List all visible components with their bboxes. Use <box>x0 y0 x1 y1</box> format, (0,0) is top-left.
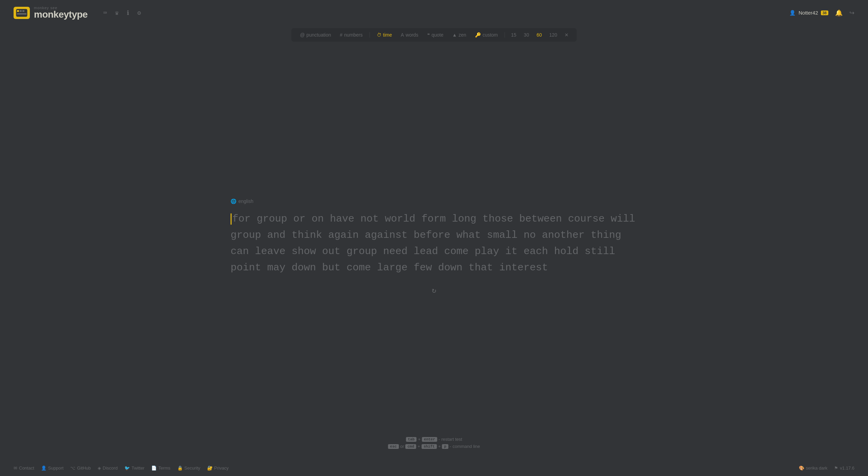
logo-icon <box>14 7 30 19</box>
github-icon: ⌥ <box>70 465 75 471</box>
shift-key: shift <box>421 444 437 449</box>
language-selector[interactable]: 🌐 english <box>231 199 253 204</box>
twitter-icon: 🐦 <box>124 465 130 471</box>
typing-text[interactable]: for group or on have not world form long… <box>231 211 637 276</box>
mode-separator-1 <box>370 32 370 38</box>
svg-rect-5 <box>17 10 19 12</box>
user-profile[interactable]: 👤 Notter42 38 <box>789 10 828 16</box>
settings-icon[interactable]: ⚙ <box>137 9 141 17</box>
footer-security[interactable]: 🔒 Security <box>177 465 200 471</box>
privacy-icon: 🔐 <box>207 465 213 471</box>
svg-rect-2 <box>20 10 22 12</box>
footer-right: 🎨 serika dark ⚑ v1.17.6 <box>799 465 854 471</box>
restart-hint-text: restart test <box>441 437 462 442</box>
shortcuts-hint: tab + enter - restart test esc or cmd + … <box>388 437 480 449</box>
language-label: english <box>238 199 253 204</box>
envelope-icon: ✉ <box>14 465 17 471</box>
globe-icon: 🌐 <box>231 199 236 204</box>
esc-key: esc <box>388 444 399 449</box>
tab-key: tab <box>406 437 417 442</box>
username: Notter42 <box>798 10 818 16</box>
terms-icon: 📄 <box>151 465 157 471</box>
keyboard-icon[interactable]: ⌨ <box>103 9 107 17</box>
svg-rect-4 <box>17 13 26 15</box>
footer-links: ✉ Contact 👤 Support ⌥ GitHub ◈ Discord 🐦… <box>14 465 229 471</box>
user-level: 38 <box>821 11 828 15</box>
cmd-key: cmd <box>406 444 416 449</box>
footer-terms[interactable]: 📄 Terms <box>151 465 170 471</box>
restart-icon: ↻ <box>432 286 436 295</box>
typing-area[interactable]: for group or on have not world form long… <box>231 211 637 276</box>
footer-contact[interactable]: ✉ Contact <box>14 465 34 471</box>
footer-support[interactable]: 👤 Support <box>41 465 64 471</box>
enter-key: enter <box>422 437 437 442</box>
typing-cursor <box>231 213 232 225</box>
p-key: p <box>442 444 449 449</box>
theme-name: serika dark <box>806 465 828 471</box>
version-number: v1.17.6 <box>840 465 854 471</box>
support-icon: 👤 <box>41 465 46 471</box>
footer-discord[interactable]: ◈ Discord <box>98 465 118 471</box>
footer-github[interactable]: ⌥ GitHub <box>70 465 91 471</box>
command-line-hint-text: command line <box>453 444 480 449</box>
user-icon: 👤 <box>789 10 796 16</box>
mode-separator-2 <box>505 32 505 38</box>
footer-privacy[interactable]: 🔐 Privacy <box>207 465 229 471</box>
security-icon: 🔒 <box>177 465 183 471</box>
logo[interactable]: monkey see monkeytype <box>14 6 87 19</box>
info-icon[interactable]: ℹ <box>127 9 129 17</box>
version-icon: ⚑ <box>834 465 838 471</box>
footer: ✉ Contact 👤 Support ⌥ GitHub ◈ Discord 🐦… <box>0 460 868 476</box>
crown-icon[interactable]: ♛ <box>115 9 119 17</box>
restart-button[interactable]: ↻ <box>432 286 436 295</box>
discord-icon: ◈ <box>98 465 101 471</box>
logo-big-text: monkeytype <box>34 10 87 19</box>
logout-button[interactable]: ↪ <box>849 9 854 17</box>
svg-rect-3 <box>22 10 24 12</box>
theme-icon: 🎨 <box>799 465 804 471</box>
footer-twitter[interactable]: 🐦 Twitter <box>124 465 144 471</box>
notifications-button[interactable]: 🔔 <box>835 9 843 17</box>
